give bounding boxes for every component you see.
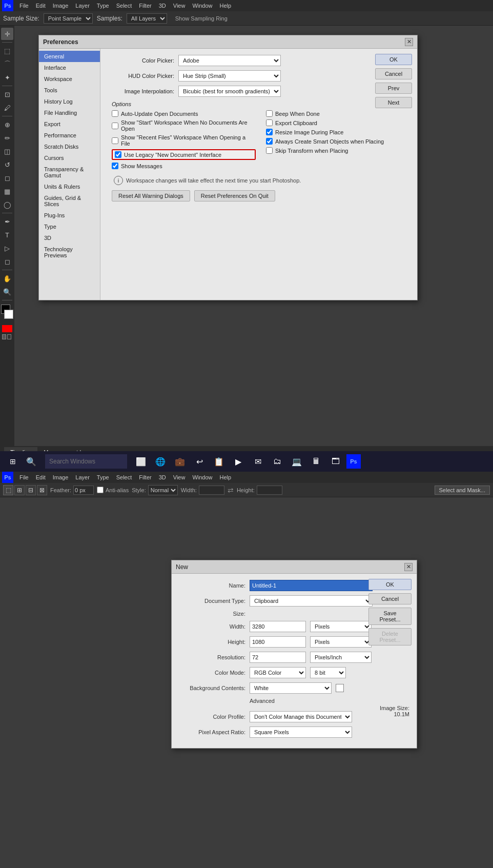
feather-input[interactable] — [73, 486, 94, 495]
pref-nav-type[interactable]: Type — [39, 221, 100, 232]
bottom-menu-image[interactable]: Image — [50, 473, 72, 481]
taskbar-icon-7[interactable]: ✉ — [249, 453, 266, 470]
taskbar-icon-8[interactable]: 🗂 — [269, 453, 286, 470]
zoom-tool[interactable]: 🔍 — [1, 286, 13, 298]
brush-tool[interactable]: ✏ — [1, 132, 13, 144]
width-input[interactable] — [199, 486, 224, 495]
taskbar-icon-11[interactable]: 🗔 — [327, 453, 344, 470]
new-dialog-cancel-button[interactable]: Cancel — [368, 593, 412, 604]
menu-view[interactable]: View — [170, 2, 189, 10]
add-selection-btn[interactable]: ⊞ — [14, 485, 25, 495]
taskbar-icon-5[interactable]: 📋 — [210, 453, 228, 470]
new-selection-btn[interactable]: ⬚ — [3, 485, 13, 495]
select-mask-button[interactable]: Select and Mask... — [435, 486, 490, 495]
bottom-menu-select[interactable]: Select — [113, 473, 135, 481]
resolution-unit-select[interactable]: Pixels/Inch — [310, 652, 372, 663]
stamp-tool[interactable]: ◫ — [1, 145, 13, 157]
bg-contents-select[interactable]: White — [250, 682, 332, 694]
auto-update-checkbox[interactable] — [112, 110, 118, 117]
name-input[interactable] — [250, 580, 373, 591]
hud-color-picker-select[interactable]: Hue Strip (Small) — [178, 70, 281, 82]
pref-ok-button[interactable]: OK — [375, 54, 412, 65]
menu-file[interactable]: File — [16, 2, 32, 10]
color-profile-select[interactable]: Don't Color Manage this Document — [250, 711, 352, 722]
taskbar-icon-10[interactable]: 🖩 — [307, 453, 325, 470]
show-recent-checkbox[interactable] — [112, 137, 118, 144]
new-dialog-close-button[interactable]: ✕ — [404, 563, 413, 571]
start-button[interactable]: ⊞ — [5, 454, 20, 469]
bottom-menu-type[interactable]: Type — [94, 473, 112, 481]
taskbar-search-input[interactable] — [45, 454, 127, 469]
menu-help[interactable]: Help — [217, 2, 235, 10]
taskbar-icon-9[interactable]: 💻 — [288, 453, 305, 470]
lasso-tool[interactable]: ⌒ — [1, 58, 13, 70]
pref-nav-performance[interactable]: Performance — [39, 130, 100, 141]
menu-type[interactable]: Type — [94, 2, 112, 10]
pref-nav-workspace[interactable]: Workspace — [39, 73, 100, 85]
magic-wand-tool[interactable]: ✦ — [1, 71, 13, 84]
menu-window[interactable]: Window — [189, 2, 215, 10]
pref-nav-export[interactable]: Export — [39, 118, 100, 130]
height-input[interactable] — [257, 486, 282, 495]
taskbar-icon-2[interactable]: 🌐 — [152, 453, 169, 470]
show-start-checkbox[interactable] — [112, 123, 118, 129]
use-legacy-checkbox[interactable] — [115, 151, 121, 158]
height-unit-select[interactable]: Pixels — [310, 636, 372, 648]
taskbar-icon-6[interactable]: ▶ — [230, 453, 247, 470]
taskbar-icon-3[interactable]: 💼 — [171, 453, 189, 470]
marquee-tool[interactable]: ⬚ — [1, 45, 13, 57]
pref-nav-cursors[interactable]: Cursors — [39, 152, 100, 164]
shape-tool[interactable]: ◻ — [1, 255, 13, 268]
bottom-menu-edit[interactable]: Edit — [33, 473, 49, 481]
show-messages-checkbox[interactable] — [112, 163, 118, 169]
menu-layer[interactable]: Layer — [72, 2, 93, 10]
new-dialog-ok-button[interactable]: OK — [368, 579, 412, 590]
healing-brush-tool[interactable]: ⊕ — [1, 118, 13, 131]
pref-next-button[interactable]: Next — [375, 97, 412, 108]
hand-tool[interactable]: ✋ — [1, 272, 13, 285]
background-color[interactable] — [4, 310, 13, 319]
type-tool[interactable]: T — [1, 229, 13, 241]
always-create-smart-checkbox[interactable] — [266, 138, 273, 145]
new-dialog-save-preset-button[interactable]: Save Preset... — [368, 608, 412, 625]
history-brush-tool[interactable]: ↺ — [1, 158, 13, 171]
pref-nav-general[interactable]: General — [39, 51, 100, 62]
bottom-menu-layer[interactable]: Layer — [72, 473, 93, 481]
eyedropper-tool[interactable]: 🖊 — [1, 102, 13, 114]
subtract-selection-btn[interactable]: ⊟ — [26, 485, 36, 495]
samples-select[interactable]: All Layers — [127, 13, 167, 24]
beep-when-done-checkbox[interactable] — [266, 110, 273, 117]
pref-nav-scratch-disks[interactable]: Scratch Disks — [39, 141, 100, 152]
eraser-tool[interactable]: ◻ — [1, 172, 13, 184]
taskbar-icon-1[interactable]: ⬜ — [132, 453, 150, 470]
sample-size-select[interactable]: Point Sample — [44, 13, 93, 24]
pixel-aspect-select[interactable]: Square Pixels — [250, 726, 352, 738]
intersect-selection-btn[interactable]: ⊠ — [37, 485, 47, 495]
anti-alias-checkbox[interactable] — [97, 487, 104, 493]
path-tool[interactable]: ▷ — [1, 242, 13, 254]
bottom-menu-3d[interactable]: 3D — [156, 473, 169, 481]
pref-nav-transparency-gamut[interactable]: Transparency & Gamut — [39, 164, 100, 181]
menu-select[interactable]: Select — [113, 2, 135, 10]
pref-nav-history-log[interactable]: History Log — [39, 96, 100, 107]
image-interp-select[interactable]: Bicubic (best for smooth gradients) — [178, 86, 281, 97]
width-unit-select[interactable]: Pixels — [310, 621, 372, 632]
resolution-input[interactable] — [250, 652, 306, 663]
style-select[interactable]: Normal — [148, 485, 178, 495]
taskbar-icon-4[interactable]: ↩ — [191, 453, 208, 470]
bg-color-swatch[interactable] — [336, 684, 344, 692]
pref-nav-tools[interactable]: Tools — [39, 85, 100, 96]
pen-tool[interactable]: ✒ — [1, 215, 13, 228]
bottom-menu-file[interactable]: File — [16, 473, 32, 481]
menu-3d[interactable]: 3D — [156, 2, 169, 10]
bottom-menu-window[interactable]: Window — [189, 473, 215, 481]
reset-prefs-button[interactable]: Reset Preferences On Quit — [194, 190, 275, 201]
pref-nav-units-rulers[interactable]: Units & Rulers — [39, 181, 100, 192]
bottom-menu-filter[interactable]: Filter — [136, 473, 154, 481]
resize-image-checkbox[interactable] — [266, 129, 273, 135]
pref-cancel-button[interactable]: Cancel — [375, 68, 412, 79]
crop-tool[interactable]: ⊡ — [1, 88, 13, 100]
color-picker-select[interactable]: Adobe — [178, 55, 281, 66]
reset-warnings-button[interactable]: Reset All Warning Dialogs — [112, 190, 190, 201]
pref-nav-guides-grid[interactable]: Guides, Grid & Slices — [39, 192, 100, 210]
